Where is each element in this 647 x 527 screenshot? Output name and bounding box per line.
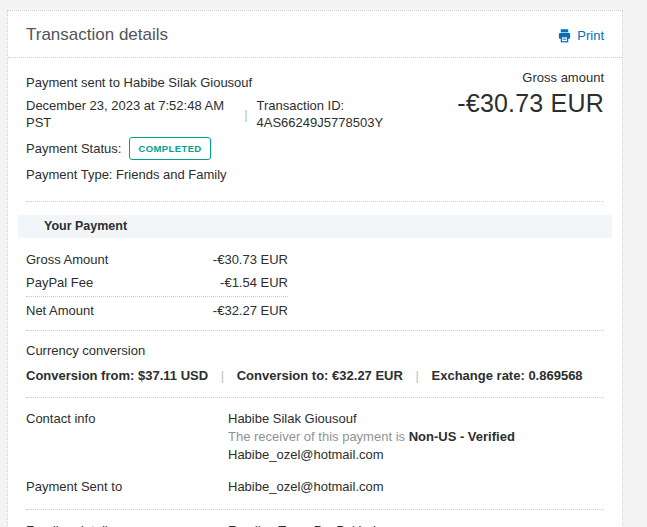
transaction-date: December 23, 2023 at 7:52:48 AM PST [26,97,235,131]
card-header: Transaction details Print [8,11,622,58]
summary-section: Payment sent to Habibe Silak Giousouf De… [26,58,604,202]
payment-sent-to-line: Payment sent to Habibe Silak Giousouf [26,74,457,91]
funding-type: Funding Type: PayPal balance [228,522,504,527]
table-row-gross-amount: Gross Amount -€30.73 EUR [26,248,288,271]
funding-details-row: Funding details Funding Type: PayPal bal… [26,510,604,527]
transaction-details-card: Transaction details Print Payment sent t… [7,10,623,527]
payment-status-label: Payment Status: [26,140,121,157]
row-label: Net Amount [26,302,94,319]
transaction-id: Transaction ID: 4AS66249J5778503Y [257,97,458,131]
currency-conversion-title: Currency conversion [26,343,604,358]
table-row-paypal-fee: PayPal Fee -€1.54 EUR [26,271,288,294]
contact-email: Habibe_ozel@hotmail.com [228,446,515,463]
receiver-status-line: The receiver of this payment is Non-US -… [228,428,515,445]
funding-details-label: Funding details [26,522,228,527]
payment-sent-to-email: Habibe_ozel@hotmail.com [228,478,384,495]
separator-bar: | [221,368,224,383]
receiver-status-badge: Non-US - Verified [409,429,515,444]
contact-info-row: Contact info Habibe Silak Giousouf The r… [26,398,604,468]
payment-type-line: Payment Type: Friends and Family [26,166,457,183]
conversion-to-value: €32.27 EUR [332,368,403,383]
conversion-from-value: $37.11 USD [138,368,208,383]
currency-conversion-section: Currency conversion Conversion from: $37… [26,331,604,398]
separator-bar: | [416,368,419,383]
conversion-to-label: Conversion to: [237,368,329,383]
row-label: PayPal Fee [26,274,93,291]
payment-sent-to-row: Payment Sent to Habibe_ozel@hotmail.com [26,468,604,509]
conversion-from-label: Conversion from: [26,368,134,383]
gross-amount-label: Gross amount [457,70,604,85]
row-value: -€1.54 EUR [220,274,288,291]
status-badge: COMPLETED [129,137,210,160]
page-title: Transaction details [26,25,168,45]
gross-amount-value: -€30.73 EUR [457,89,604,118]
your-payment-section-header: Your Payment [18,215,612,238]
row-value: -€32.27 EUR [213,302,288,319]
currency-conversion-line: Conversion from: $37.11 USD | Conversion… [26,368,604,383]
printer-icon [557,28,572,43]
exchange-rate-value: 0.869568 [528,368,582,383]
print-button[interactable]: Print [557,28,604,43]
row-label: Gross Amount [26,251,108,268]
row-value: -€30.73 EUR [213,251,288,268]
divider [26,296,288,297]
contact-name: Habibe Silak Giousouf [228,410,515,427]
table-row-net-amount: Net Amount -€32.27 EUR [26,299,288,322]
exchange-rate-label: Exchange rate: [432,368,525,383]
amounts-table: Gross Amount -€30.73 EUR PayPal Fee -€1.… [26,238,288,324]
receiver-status-prefix: The receiver of this payment is [228,429,409,444]
contact-info-label: Contact info [26,410,228,464]
payment-sent-to-label: Payment Sent to [26,478,228,495]
print-label: Print [577,28,604,43]
separator-bar: | [244,106,247,123]
